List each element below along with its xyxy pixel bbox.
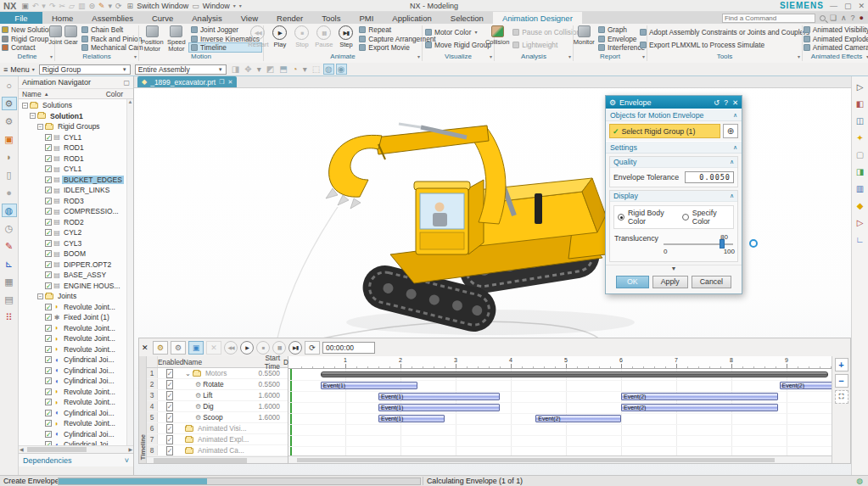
touch-icon[interactable]: ⊜: [88, 2, 95, 10]
wireframe-icon[interactable]: ⬚: [311, 64, 321, 74]
point-dialog-button[interactable]: ⊕: [723, 124, 738, 138]
add-camera-event-button[interactable]: ▣: [188, 341, 204, 355]
cut-icon[interactable]: ✂: [59, 2, 65, 10]
add-motor-event-button[interactable]: ⚙: [153, 341, 168, 355]
visibility-checkbox[interactable]: ✓: [45, 250, 52, 257]
specify-color-radio[interactable]: [682, 214, 689, 221]
ribbon-button-lightweight[interactable]: Lightweight: [511, 41, 582, 49]
visibility-checkbox[interactable]: ✓: [45, 399, 52, 405]
apply-button[interactable]: Apply: [652, 276, 688, 288]
inverse-kinematics-icon[interactable]: ⊾: [3, 258, 16, 270]
tree-item-cyl1[interactable]: ✓▤CYL1: [19, 164, 133, 175]
tree-item-revolute-joint[interactable]: ✓◗Revolute Joint...: [19, 323, 133, 334]
brush-icon[interactable]: ✎: [98, 2, 105, 10]
timeline-row-motors[interactable]: 1✓⌄Motors0.5500: [147, 368, 288, 379]
enabled-checkbox[interactable]: ✓: [166, 402, 174, 411]
more-dropdown-icon[interactable]: ▾: [302, 64, 308, 74]
dialog-help-icon[interactable]: ?: [724, 98, 728, 107]
animation-navigator-icon[interactable]: ◍: [3, 204, 16, 216]
minimize-button[interactable]: —: [830, 2, 837, 10]
copy-icon[interactable]: ▱: [69, 2, 75, 10]
ribbon-button-rack-and-pinion[interactable]: Rack and Pinion: [80, 35, 145, 43]
inverse-kinematics-rail-icon[interactable]: ∟: [854, 234, 867, 246]
visibility-checkbox[interactable]: ✓: [45, 134, 52, 141]
ribbon-button-new-solution[interactable]: New Solution: [0, 25, 54, 34]
group-dialog-launcher[interactable]: ▾: [490, 53, 492, 61]
tree-item-revolute-joint[interactable]: ✓◗Revolute Joint...: [19, 333, 133, 344]
joint-icon[interactable]: ◆: [854, 200, 867, 212]
navigator-horizontal-scrollbar[interactable]: ◀▶: [19, 445, 133, 453]
pause-button[interactable]: ▮▮: [272, 341, 286, 355]
timeline-row-animated-expl[interactable]: 7✓Animated Expl...: [147, 434, 288, 445]
play-animation-icon[interactable]: ▷: [854, 81, 867, 93]
gantt-event-bar-rotate-event-1[interactable]: Event(1): [321, 382, 417, 389]
current-time-marker[interactable]: [290, 369, 292, 455]
tree-item-idler-links[interactable]: ✓▤IDLER_LINKS: [19, 185, 133, 196]
repeat-button[interactable]: ⟳: [305, 341, 320, 355]
enabled-checkbox[interactable]: ✓: [166, 380, 174, 389]
dependencies-section[interactable]: Dependencies˅: [19, 453, 133, 466]
snap-dropdown-icon[interactable]: ▾: [256, 64, 262, 74]
tree-item-rod2[interactable]: ✓▤ROD2: [19, 217, 133, 228]
envelope-tolerance-input[interactable]: 0.0050: [685, 171, 734, 183]
group-dialog-launcher[interactable]: ▾: [50, 53, 53, 61]
tree-item-joints[interactable]: −Joints: [19, 291, 133, 302]
expander-icon[interactable]: −: [37, 293, 43, 299]
tree-item-cylindrical-joi[interactable]: ✓◖Cylindrical Joi...: [19, 366, 133, 377]
rigid-color-icon[interactable]: ◨: [854, 166, 867, 178]
ribbon-button-adopt-assembly-constraints-or-joints-and-couplers[interactable]: Adopt Assembly Constraints or Joints and…: [638, 28, 811, 36]
assembly-navigator-icon[interactable]: ⚙: [3, 98, 16, 109]
gantt-summary-bar-motors[interactable]: [321, 371, 828, 377]
gantt-event-bar-dig-event-1[interactable]: Event(1): [378, 404, 500, 411]
window-button[interactable]: Window: [203, 2, 230, 10]
visibility-checkbox[interactable]: ✓: [45, 165, 52, 172]
crate-icon[interactable]: ▯: [3, 169, 16, 181]
ribbon-button-position-motor[interactable]: Position Motor: [141, 25, 164, 52]
visibility-checkbox[interactable]: ✓: [45, 187, 52, 193]
visibility-checkbox[interactable]: ✓: [45, 420, 52, 427]
render-style-icon[interactable]: ◉: [337, 64, 346, 74]
tree-item-cylindrical-joi[interactable]: ✓◖Cylindrical Joi...: [19, 429, 133, 440]
visibility-checkbox[interactable]: ✓: [45, 304, 52, 310]
tree-item-rigid-groups[interactable]: −Rigid Groups: [19, 121, 133, 132]
fullscreen-icon[interactable]: ❏: [830, 14, 837, 22]
visibility-checkbox[interactable]: ✓: [45, 240, 52, 247]
ribbon-button-animated-explode[interactable]: Animated Explode: [802, 35, 868, 43]
undo-icon[interactable]: ↶: [32, 2, 39, 10]
quality-subheader[interactable]: Quality∧: [610, 157, 737, 168]
redo-icon[interactable]: ↷: [49, 2, 56, 10]
clutch-icon[interactable]: ◗: [3, 151, 16, 163]
timeline-row-dig[interactable]: 4✓⚙Dig1.6000: [147, 401, 288, 412]
shaded-view-icon[interactable]: ◍: [324, 64, 333, 74]
envelope-cube-icon[interactable]: ▢: [854, 149, 867, 161]
window-dropdown-icon[interactable]: ▾: [233, 3, 236, 8]
table-horizontal-scrollbar[interactable]: [147, 456, 288, 463]
sphere-icon[interactable]: ●: [3, 187, 16, 198]
expander-icon[interactable]: −: [30, 113, 36, 119]
minimize-ribbon-icon[interactable]: ∧: [841, 14, 847, 22]
visibility-checkbox[interactable]: ✓: [45, 155, 52, 162]
find-command-input[interactable]: [722, 14, 815, 23]
image-box-icon[interactable]: ▤: [3, 293, 16, 305]
tab-render[interactable]: Render: [267, 12, 312, 24]
tree-item-cylindrical-joi[interactable]: ✓◖Cylindrical Joi...: [19, 439, 133, 445]
tree-item-revolute-joint[interactable]: ✓◗Revolute Joint...: [19, 302, 133, 313]
ribbon-button-play[interactable]: ▶Play: [270, 25, 289, 48]
dialog-expand-icon[interactable]: ▼: [606, 265, 742, 272]
visibility-checkbox[interactable]: ✓: [45, 229, 52, 236]
visibility-checkbox[interactable]: ✓: [45, 346, 52, 353]
enabled-checkbox[interactable]: ✓: [166, 424, 174, 433]
ribbon-button-collision[interactable]: Collision: [485, 25, 509, 46]
visibility-checkbox[interactable]: ✓: [45, 176, 52, 183]
ok-button[interactable]: OK: [616, 276, 649, 288]
enabled-checkbox[interactable]: ✓: [166, 413, 174, 422]
ribbon-button-animated-camera[interactable]: Animated Camera: [802, 43, 868, 52]
ribbon-button-animated-visibility[interactable]: Animated Visibility: [802, 25, 868, 34]
brush-dropdown-icon[interactable]: ▾: [109, 2, 113, 10]
cancel-button[interactable]: Cancel: [692, 276, 731, 288]
ribbon-button-pause-on-collision[interactable]: Pause on Collision: [511, 28, 582, 36]
enabled-checkbox[interactable]: ✓: [166, 369, 174, 378]
search-icon[interactable]: [820, 15, 826, 21]
visibility-checkbox[interactable]: ✓: [45, 431, 52, 438]
tab-home[interactable]: Home: [42, 12, 82, 24]
